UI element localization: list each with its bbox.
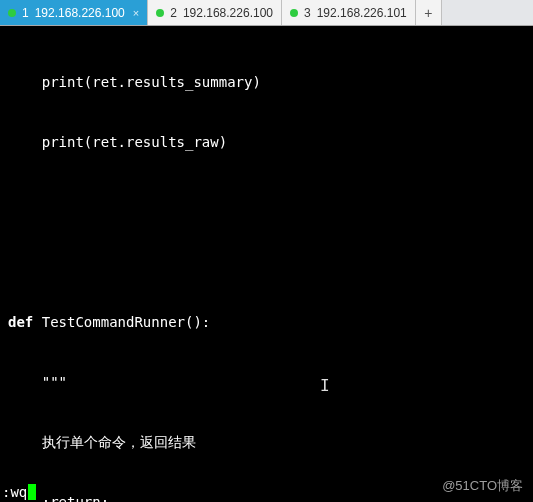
status-dot-icon	[8, 9, 16, 17]
code-line	[8, 252, 533, 272]
close-icon[interactable]: ×	[133, 7, 139, 19]
tab-index: 1	[22, 6, 29, 20]
code-line: 执行单个命令，返回结果	[8, 432, 533, 452]
code-line: print(ret.results_summary)	[8, 72, 533, 92]
code-line: def TestCommandRunner():	[8, 312, 533, 332]
keyword-def: def	[8, 314, 33, 330]
code-line: print(ret.results_raw)	[8, 132, 533, 152]
status-dot-icon	[290, 9, 298, 17]
tab-1[interactable]: 1 192.168.226.100 ×	[0, 0, 148, 25]
code-line: """	[8, 372, 533, 392]
code-rest: TestCommandRunner():	[33, 314, 210, 330]
tab-3[interactable]: 3 192.168.226.101	[282, 0, 416, 25]
status-dot-icon	[156, 9, 164, 17]
plus-icon: +	[424, 5, 432, 21]
tab-label: 192.168.226.100	[183, 6, 273, 20]
tab-index: 3	[304, 6, 311, 20]
add-tab-button[interactable]: +	[416, 0, 442, 25]
tab-label: 192.168.226.100	[35, 6, 125, 20]
tab-bar: 1 192.168.226.100 × 2 192.168.226.100 3 …	[0, 0, 533, 26]
watermark-text: @51CTO博客	[442, 476, 523, 496]
code-line	[8, 192, 533, 212]
block-cursor-icon	[28, 484, 36, 500]
vim-command-text: :wq	[2, 482, 27, 502]
tab-index: 2	[170, 6, 177, 20]
tab-2[interactable]: 2 192.168.226.100	[148, 0, 282, 25]
terminal-view[interactable]: print(ret.results_summary) print(ret.res…	[0, 26, 533, 502]
tab-label: 192.168.226.101	[317, 6, 407, 20]
